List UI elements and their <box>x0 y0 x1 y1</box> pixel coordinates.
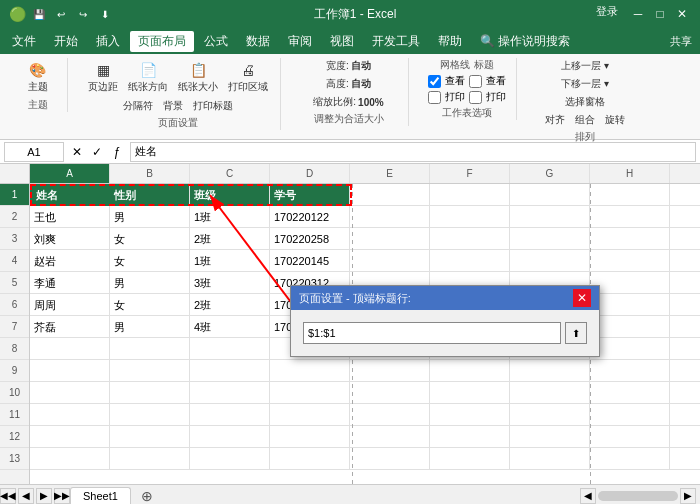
cell-f1[interactable] <box>430 184 510 206</box>
cell-c11[interactable] <box>190 404 270 426</box>
cell-c9[interactable] <box>190 360 270 382</box>
col-header-a[interactable]: A <box>30 164 110 183</box>
qat-more[interactable]: ⬇ <box>96 5 114 23</box>
cell-b5[interactable]: 男 <box>110 272 190 294</box>
cell-b11[interactable] <box>110 404 190 426</box>
cell-e3[interactable] <box>350 228 430 250</box>
cell-c8[interactable] <box>190 338 270 360</box>
redo-btn[interactable]: ↪ <box>74 5 92 23</box>
cell-b7[interactable]: 男 <box>110 316 190 338</box>
cell-b9[interactable] <box>110 360 190 382</box>
cell-a8[interactable] <box>30 338 110 360</box>
save-btn[interactable]: 💾 <box>30 5 48 23</box>
sheet-next-one-btn[interactable]: ▶ <box>36 488 52 504</box>
cell-b6[interactable]: 女 <box>110 294 190 316</box>
col-header-g[interactable]: G <box>510 164 590 183</box>
cell-h3[interactable] <box>590 228 670 250</box>
cell-h9[interactable] <box>590 360 670 382</box>
cell-a10[interactable] <box>30 382 110 404</box>
cell-g9[interactable] <box>510 360 590 382</box>
menu-search[interactable]: 🔍 操作说明搜索 <box>472 31 578 52</box>
cell-e1[interactable] <box>350 184 430 206</box>
cell-b10[interactable] <box>110 382 190 404</box>
col-header-h[interactable]: H <box>590 164 670 183</box>
login-btn[interactable]: 登录 <box>596 4 618 24</box>
gridlines-view-check[interactable] <box>428 75 441 88</box>
cell-c12[interactable] <box>190 426 270 448</box>
menu-insert[interactable]: 插入 <box>88 31 128 52</box>
group-btn[interactable]: 组合 <box>571 112 599 128</box>
cell-e2[interactable] <box>350 206 430 228</box>
margins-btn[interactable]: ▦ 页边距 <box>84 58 122 96</box>
row-header-9[interactable]: 9 <box>0 360 29 382</box>
cell-a7[interactable]: 芥磊 <box>30 316 110 338</box>
col-header-b[interactable]: B <box>110 164 190 183</box>
row-header-7[interactable]: 7 <box>0 316 29 338</box>
cell-b3[interactable]: 女 <box>110 228 190 250</box>
cell-g1[interactable] <box>510 184 590 206</box>
undo-btn[interactable]: ↩ <box>52 5 70 23</box>
page-setup-dialog[interactable]: 页面设置 - 顶端标题行: ✕ ⬆ <box>290 285 600 357</box>
h-scroll-left[interactable]: ◀ <box>580 488 596 504</box>
align-btn[interactable]: 对齐 <box>541 112 569 128</box>
cell-f11[interactable] <box>430 404 510 426</box>
menu-developer[interactable]: 开发工具 <box>364 31 428 52</box>
menu-view[interactable]: 视图 <box>322 31 362 52</box>
cell-h6[interactable] <box>590 294 670 316</box>
cell-h12[interactable] <box>590 426 670 448</box>
row-header-3[interactable]: 3 <box>0 228 29 250</box>
cell-c1[interactable]: 班级 <box>190 184 270 206</box>
cell-c2[interactable]: 1班 <box>190 206 270 228</box>
menu-review[interactable]: 审阅 <box>280 31 320 52</box>
col-header-e[interactable]: E <box>350 164 430 183</box>
cell-f12[interactable] <box>430 426 510 448</box>
row-header-8[interactable]: 8 <box>0 338 29 360</box>
cell-g10[interactable] <box>510 382 590 404</box>
theme-btn[interactable]: 🎨 主题 <box>22 58 54 96</box>
cell-c3[interactable]: 2班 <box>190 228 270 250</box>
insert-function-icon[interactable]: ƒ <box>108 143 126 161</box>
cell-a4[interactable]: 赵岩 <box>30 250 110 272</box>
cell-g12[interactable] <box>510 426 590 448</box>
sheet-prev-btn[interactable]: ◀◀ <box>0 488 16 504</box>
cell-c5[interactable]: 3班 <box>190 272 270 294</box>
cell-b1[interactable]: 性别 <box>110 184 190 206</box>
headings-print-check[interactable] <box>469 91 482 104</box>
cell-d4[interactable]: 170220145 <box>270 250 350 272</box>
cell-g4[interactable] <box>510 250 590 272</box>
cell-h7[interactable] <box>590 316 670 338</box>
paper-size-btn[interactable]: 📋 纸张大小 <box>174 58 222 96</box>
print-titles-btn[interactable]: 打印标题 <box>189 98 237 114</box>
print-area-btn[interactable]: 🖨 打印区域 <box>224 58 272 96</box>
confirm-formula-icon[interactable]: ✓ <box>88 143 106 161</box>
cell-a6[interactable]: 周周 <box>30 294 110 316</box>
cell-g2[interactable] <box>510 206 590 228</box>
cell-h2[interactable] <box>590 206 670 228</box>
row-header-1[interactable]: 1 <box>0 184 29 206</box>
cell-b4[interactable]: 女 <box>110 250 190 272</box>
height-btn[interactable]: 高度: 自动 <box>322 76 375 92</box>
cell-e9[interactable] <box>350 360 430 382</box>
bring-forward-btn[interactable]: 上移一层 ▾ <box>557 58 613 74</box>
cell-e11[interactable] <box>350 404 430 426</box>
cell-d2[interactable]: 170220122 <box>270 206 350 228</box>
share-label[interactable]: 共享 <box>670 34 692 49</box>
title-rows-input[interactable] <box>303 322 561 344</box>
cell-e4[interactable] <box>350 250 430 272</box>
row-header-12[interactable]: 12 <box>0 426 29 448</box>
send-back-btn[interactable]: 下移一层 ▾ <box>557 76 613 92</box>
cancel-formula-icon[interactable]: ✕ <box>68 143 86 161</box>
sheet-add-btn[interactable]: ⊕ <box>137 487 157 505</box>
scale-btn[interactable]: 缩放比例: 100% <box>309 94 387 110</box>
cell-b2[interactable]: 男 <box>110 206 190 228</box>
sheet-tab-sheet1[interactable]: Sheet1 <box>70 487 131 505</box>
cell-e13[interactable] <box>350 448 430 470</box>
cell-c4[interactable]: 1班 <box>190 250 270 272</box>
menu-data[interactable]: 数据 <box>238 31 278 52</box>
cell-f3[interactable] <box>430 228 510 250</box>
sheet-prev-one-btn[interactable]: ◀ <box>18 488 34 504</box>
menu-home[interactable]: 开始 <box>46 31 86 52</box>
restore-btn[interactable]: □ <box>650 4 670 24</box>
cell-a11[interactable] <box>30 404 110 426</box>
minimize-btn[interactable]: ─ <box>628 4 648 24</box>
